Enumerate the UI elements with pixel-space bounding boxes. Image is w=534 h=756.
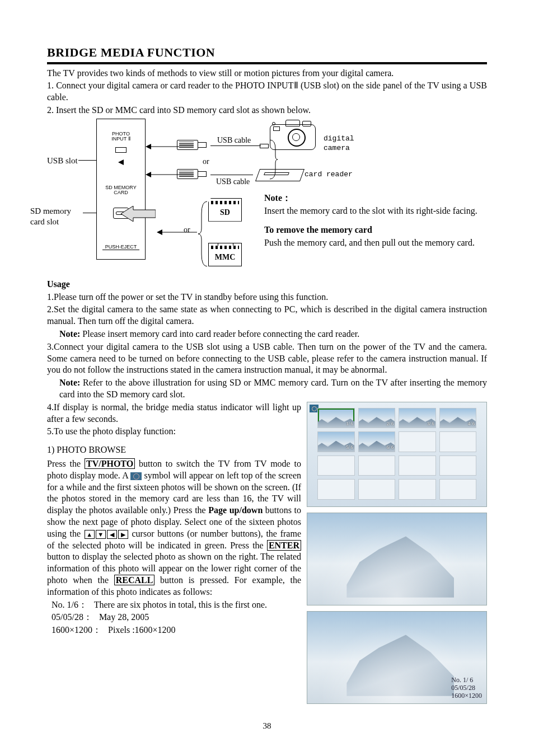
sd-card-icon: SD [208,198,242,222]
cursor-down-icon: ▼ [96,530,106,539]
left-column: 4.If display is normal, the bridge media… [47,402,301,704]
thumb-1: 1/ 6 [317,408,355,429]
cable-line-bottom [210,175,253,175]
camera-icon [270,119,315,149]
thumbnail-panel: 1/ 6 2/ 6 3/ 6 4/ 6 5/ 6 6/ 6 [307,402,487,507]
usage-section: Usage 1.Please turn off the power or set… [47,279,487,401]
usb-cable-label-top: USB cable [217,135,251,145]
page-title: BRIDGE MEDIA FUNCTION [47,45,487,61]
thumb-3: 3/ 6 [399,408,436,429]
svg-marker-6 [157,229,162,235]
thumb-empty [399,456,436,476]
photo-info-list: No. 1/6： There are six photos in total, … [47,599,301,636]
overlay-line-3: 1600×1200 [451,692,482,699]
page-number: 38 [47,721,487,732]
svg-marker-1 [146,144,151,149]
thumb-empty [439,456,477,476]
or-label-top: or [203,157,209,167]
info-row-2: 1600×1200： Pixels :1600×1200 [51,624,301,636]
sd-card-label: SD [209,208,241,218]
mmc-card-icon: MMC [208,243,242,266]
usage-heading: Usage [47,279,487,290]
panel-photo-input-label: PHOTO INPUT Ⅱ [97,132,145,142]
intro-text: The TV provides two kinds of methods to … [47,68,487,79]
note-text: Insert the memory card to the slot with … [264,205,487,217]
svg-marker-4 [121,206,156,222]
camera-mode-icon [130,472,142,480]
sd-slot-pointer [83,213,96,213]
usb-plug-top-icon [177,139,208,150]
selected-photo-with-info: No. 1/ 6 05/05/28 1600×1200 [307,611,487,704]
digital-camera-label: digital camera [324,134,354,153]
cursor-right-icon: ▶ [118,530,128,539]
intro-item-1: 1. Connect your digital camera or card r… [47,80,487,104]
overlay-line-2: 05/05/28 [451,684,482,692]
mmc-card-label: MMC [209,252,241,262]
thumb-5: 5/ 6 [317,431,355,452]
usage-note-2: Note: Please insert memory card into car… [47,328,487,340]
thumb-empty [399,479,436,500]
photo-info-overlay: No. 1/ 6 05/05/28 1600×1200 [451,676,482,700]
card-brace-arrow [157,228,197,236]
lower-columns: 4.If display is normal, the bridge media… [47,402,487,704]
card-brace-icon [197,200,208,267]
info-row-0: No. 1/6： There are six photos in total, … [51,599,301,611]
thumb-2: 2/ 6 [358,408,396,429]
usb-port-icon [115,147,127,153]
remove-text: Push the memory card, and then pull out … [264,237,487,249]
intro-item-2: 2. Insert the SD or MMC card into SD mem… [47,105,487,116]
thumb-empty [358,456,396,476]
usb-slot-pointer [78,160,96,161]
right-column: 1/ 6 2/ 6 3/ 6 4/ 6 5/ 6 6/ 6 [307,402,487,704]
photo-browse-paragraph: Press the TV/PHOTO button to switch the … [47,458,301,598]
usage-item-4: 4.If display is normal, the bridge media… [47,402,301,425]
tv-side-panel: PHOTO INPUT Ⅱ SD MEMORY CARD PUSH-EJECT [96,119,146,260]
thumb-empty [317,479,355,500]
info-row-1: 05/05/28： May 28, 2005 [51,612,301,623]
connection-diagram: PHOTO INPUT Ⅱ SD MEMORY CARD PUSH-EJECT … [47,119,487,275]
enter-button: ENTER [267,540,301,551]
sd-slot-label: SD memory card slot [30,206,86,228]
tv-photo-button: TV/PHOTO [85,458,135,469]
thumb-4: 4/ 6 [439,408,477,429]
thumb-empty [317,456,355,476]
insert-arrow-icon [121,206,156,222]
usage-item-2: 2.Set the digital camera to the same sta… [47,304,487,327]
diagram-note-block: Note： Insert the memory card to the slot… [264,192,487,250]
thumb-empty [439,431,477,452]
cursor-left-icon: ◀ [107,530,117,539]
thumbnail-grid: 1/ 6 2/ 6 3/ 6 4/ 6 5/ 6 6/ 6 [317,408,476,500]
thumb-empty [439,479,477,500]
card-reader-label: card reader [305,170,353,180]
usage-note-3-line1: Note: Refer to the above illustration fo… [47,377,487,401]
remove-heading: To remove the memory card [264,225,372,234]
recall-button: RECALL [114,575,155,585]
usb-cable-label-bottom: USB cable [216,177,250,187]
usage-item-5: 5.To use the photo display function: [47,426,301,438]
cable-line-top [210,145,261,146]
selected-photo-preview [307,513,487,605]
note-heading: Note： [264,193,291,203]
svg-marker-3 [146,172,151,177]
usb-slot-label: USB slot [47,156,78,167]
cursor-up-icon: ▲ [85,530,95,539]
usb-plug-bottom-icon [177,168,208,179]
panel-sd-memory-label: SD MEMORY CARD [97,185,145,196]
usb-arrow-icon [118,159,124,165]
page-up-down-label: Page up/down [208,505,263,515]
photo-browse-heading: 1) PHOTO BROWSE [47,444,301,456]
thumb-6: 6/ 6 [358,431,396,452]
card-reader-icon [257,169,301,181]
overlay-line-1: No. 1/ 6 [451,676,482,684]
arrow-to-usb-bottom [146,170,179,179]
usage-item-3: 3.Connect your digital camera to the USB… [47,341,487,376]
thumb-empty [399,431,436,452]
usage-item-1: 1.Please turn off the power or set the T… [47,292,487,303]
thumb-empty [358,479,396,500]
arrow-to-usb-top [146,142,179,151]
title-underline [47,62,487,64]
